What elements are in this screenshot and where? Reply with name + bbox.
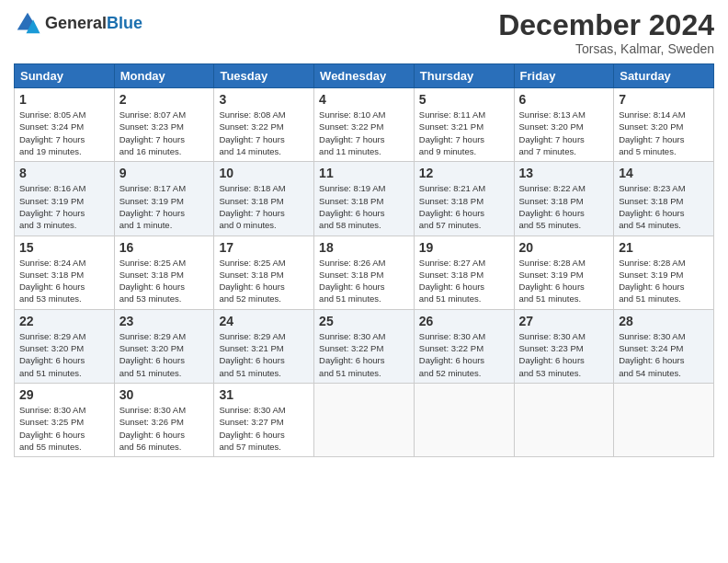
logo-icon bbox=[14, 9, 41, 37]
day-number: 22 bbox=[19, 314, 109, 328]
day-info: Sunrise: 8:25 AMSunset: 3:18 PMDaylight:… bbox=[119, 257, 210, 305]
day-number: 8 bbox=[19, 166, 109, 180]
day-number: 5 bbox=[419, 92, 509, 107]
month-title: December 2024 bbox=[498, 9, 714, 41]
calendar-cell bbox=[514, 383, 614, 456]
calendar-body: 1Sunrise: 8:05 AMSunset: 3:24 PMDaylight… bbox=[15, 88, 714, 457]
col-sunday: Sunday bbox=[15, 64, 115, 88]
day-info: Sunrise: 8:27 AMSunset: 3:18 PMDaylight:… bbox=[419, 257, 509, 305]
calendar-cell: 16Sunrise: 8:25 AMSunset: 3:18 PMDayligh… bbox=[114, 236, 214, 309]
day-number: 3 bbox=[219, 92, 309, 107]
calendar-cell: 24Sunrise: 8:29 AMSunset: 3:21 PMDayligh… bbox=[214, 309, 314, 383]
day-info: Sunrise: 8:28 AMSunset: 3:19 PMDaylight:… bbox=[519, 257, 609, 305]
title-block: December 2024 Torsas, Kalmar, Sweden bbox=[498, 9, 714, 56]
day-number: 14 bbox=[619, 166, 709, 180]
day-info: Sunrise: 8:29 AMSunset: 3:21 PMDaylight:… bbox=[219, 330, 309, 379]
day-info: Sunrise: 8:30 AMSunset: 3:27 PMDaylight:… bbox=[219, 404, 309, 453]
day-number: 7 bbox=[619, 92, 709, 107]
day-info: Sunrise: 8:30 AMSunset: 3:24 PMDaylight:… bbox=[619, 330, 709, 379]
day-number: 9 bbox=[119, 166, 210, 180]
day-info: Sunrise: 8:30 AMSunset: 3:22 PMDaylight:… bbox=[419, 330, 509, 379]
day-number: 31 bbox=[219, 387, 309, 402]
calendar-cell bbox=[414, 383, 514, 456]
day-info: Sunrise: 8:30 AMSunset: 3:22 PMDaylight:… bbox=[319, 330, 409, 379]
col-saturday: Saturday bbox=[614, 64, 714, 88]
week-row-4: 22Sunrise: 8:29 AMSunset: 3:20 PMDayligh… bbox=[15, 309, 714, 383]
calendar-cell: 3Sunrise: 8:08 AMSunset: 3:22 PMDaylight… bbox=[214, 88, 314, 162]
calendar-cell: 23Sunrise: 8:29 AMSunset: 3:20 PMDayligh… bbox=[114, 309, 214, 383]
day-info: Sunrise: 8:30 AMSunset: 3:26 PMDaylight:… bbox=[119, 404, 210, 453]
day-number: 4 bbox=[319, 92, 409, 107]
location-subtitle: Torsas, Kalmar, Sweden bbox=[498, 41, 714, 56]
day-info: Sunrise: 8:16 AMSunset: 3:19 PMDaylight:… bbox=[19, 182, 109, 231]
calendar-cell: 5Sunrise: 8:11 AMSunset: 3:21 PMDaylight… bbox=[414, 88, 514, 162]
calendar-header: Sunday Monday Tuesday Wednesday Thursday… bbox=[15, 64, 714, 88]
calendar-cell: 2Sunrise: 8:07 AMSunset: 3:23 PMDaylight… bbox=[114, 88, 214, 162]
day-number: 19 bbox=[419, 240, 509, 255]
day-number: 23 bbox=[119, 314, 210, 328]
calendar-cell: 25Sunrise: 8:30 AMSunset: 3:22 PMDayligh… bbox=[314, 309, 415, 383]
day-number: 2 bbox=[119, 92, 210, 107]
calendar-cell: 20Sunrise: 8:28 AMSunset: 3:19 PMDayligh… bbox=[514, 236, 614, 309]
day-info: Sunrise: 8:30 AMSunset: 3:23 PMDaylight:… bbox=[519, 330, 609, 379]
calendar-cell: 30Sunrise: 8:30 AMSunset: 3:26 PMDayligh… bbox=[114, 383, 214, 456]
main-container: GeneralBlue December 2024 Torsas, Kalmar… bbox=[0, 0, 728, 466]
day-number: 17 bbox=[219, 240, 309, 255]
header: GeneralBlue December 2024 Torsas, Kalmar… bbox=[14, 9, 714, 56]
day-info: Sunrise: 8:07 AMSunset: 3:23 PMDaylight:… bbox=[119, 109, 210, 157]
calendar-cell: 22Sunrise: 8:29 AMSunset: 3:20 PMDayligh… bbox=[15, 309, 115, 383]
day-number: 26 bbox=[419, 314, 509, 328]
logo-blue: Blue bbox=[107, 14, 142, 32]
day-info: Sunrise: 8:14 AMSunset: 3:20 PMDaylight:… bbox=[619, 109, 709, 157]
calendar-table: Sunday Monday Tuesday Wednesday Thursday… bbox=[14, 63, 714, 457]
col-wednesday: Wednesday bbox=[314, 64, 415, 88]
calendar-cell: 1Sunrise: 8:05 AMSunset: 3:24 PMDaylight… bbox=[15, 88, 115, 162]
day-number: 15 bbox=[19, 240, 109, 255]
col-friday: Friday bbox=[514, 64, 614, 88]
day-number: 10 bbox=[219, 166, 309, 180]
day-info: Sunrise: 8:22 AMSunset: 3:18 PMDaylight:… bbox=[519, 182, 609, 231]
day-info: Sunrise: 8:26 AMSunset: 3:18 PMDaylight:… bbox=[319, 257, 409, 305]
day-info: Sunrise: 8:19 AMSunset: 3:18 PMDaylight:… bbox=[319, 182, 409, 231]
calendar-cell: 4Sunrise: 8:10 AMSunset: 3:22 PMDaylight… bbox=[314, 88, 415, 162]
calendar-cell: 10Sunrise: 8:18 AMSunset: 3:18 PMDayligh… bbox=[214, 162, 314, 236]
day-number: 20 bbox=[519, 240, 609, 255]
day-number: 18 bbox=[319, 240, 409, 255]
calendar-cell: 14Sunrise: 8:23 AMSunset: 3:18 PMDayligh… bbox=[614, 162, 714, 236]
day-info: Sunrise: 8:05 AMSunset: 3:24 PMDaylight:… bbox=[19, 109, 109, 157]
day-info: Sunrise: 8:29 AMSunset: 3:20 PMDaylight:… bbox=[119, 330, 210, 379]
col-monday: Monday bbox=[114, 64, 214, 88]
logo: GeneralBlue bbox=[14, 9, 142, 37]
day-info: Sunrise: 8:11 AMSunset: 3:21 PMDaylight:… bbox=[419, 109, 509, 157]
day-info: Sunrise: 8:28 AMSunset: 3:19 PMDaylight:… bbox=[619, 257, 709, 305]
day-number: 1 bbox=[19, 92, 109, 107]
week-row-3: 15Sunrise: 8:24 AMSunset: 3:18 PMDayligh… bbox=[15, 236, 714, 309]
calendar-cell: 29Sunrise: 8:30 AMSunset: 3:25 PMDayligh… bbox=[15, 383, 115, 456]
calendar-cell: 6Sunrise: 8:13 AMSunset: 3:20 PMDaylight… bbox=[514, 88, 614, 162]
logo-text: GeneralBlue bbox=[45, 14, 142, 33]
col-thursday: Thursday bbox=[414, 64, 514, 88]
calendar-cell: 19Sunrise: 8:27 AMSunset: 3:18 PMDayligh… bbox=[414, 236, 514, 309]
day-number: 27 bbox=[519, 314, 609, 328]
day-info: Sunrise: 8:17 AMSunset: 3:19 PMDaylight:… bbox=[119, 182, 210, 231]
header-row: Sunday Monday Tuesday Wednesday Thursday… bbox=[15, 64, 714, 88]
day-info: Sunrise: 8:08 AMSunset: 3:22 PMDaylight:… bbox=[219, 109, 309, 157]
calendar-cell bbox=[314, 383, 415, 456]
calendar-cell bbox=[614, 383, 714, 456]
day-info: Sunrise: 8:10 AMSunset: 3:22 PMDaylight:… bbox=[319, 109, 409, 157]
day-number: 12 bbox=[419, 166, 509, 180]
day-info: Sunrise: 8:21 AMSunset: 3:18 PMDaylight:… bbox=[419, 182, 509, 231]
calendar-cell: 28Sunrise: 8:30 AMSunset: 3:24 PMDayligh… bbox=[614, 309, 714, 383]
day-info: Sunrise: 8:13 AMSunset: 3:20 PMDaylight:… bbox=[519, 109, 609, 157]
day-number: 11 bbox=[319, 166, 409, 180]
calendar-cell: 11Sunrise: 8:19 AMSunset: 3:18 PMDayligh… bbox=[314, 162, 415, 236]
calendar-cell: 18Sunrise: 8:26 AMSunset: 3:18 PMDayligh… bbox=[314, 236, 415, 309]
week-row-1: 1Sunrise: 8:05 AMSunset: 3:24 PMDaylight… bbox=[15, 88, 714, 162]
day-number: 28 bbox=[619, 314, 709, 328]
calendar-cell: 27Sunrise: 8:30 AMSunset: 3:23 PMDayligh… bbox=[514, 309, 614, 383]
calendar-cell: 26Sunrise: 8:30 AMSunset: 3:22 PMDayligh… bbox=[414, 309, 514, 383]
logo-general: General bbox=[45, 14, 107, 32]
calendar-cell: 8Sunrise: 8:16 AMSunset: 3:19 PMDaylight… bbox=[15, 162, 115, 236]
day-number: 21 bbox=[619, 240, 709, 255]
calendar-cell: 9Sunrise: 8:17 AMSunset: 3:19 PMDaylight… bbox=[114, 162, 214, 236]
